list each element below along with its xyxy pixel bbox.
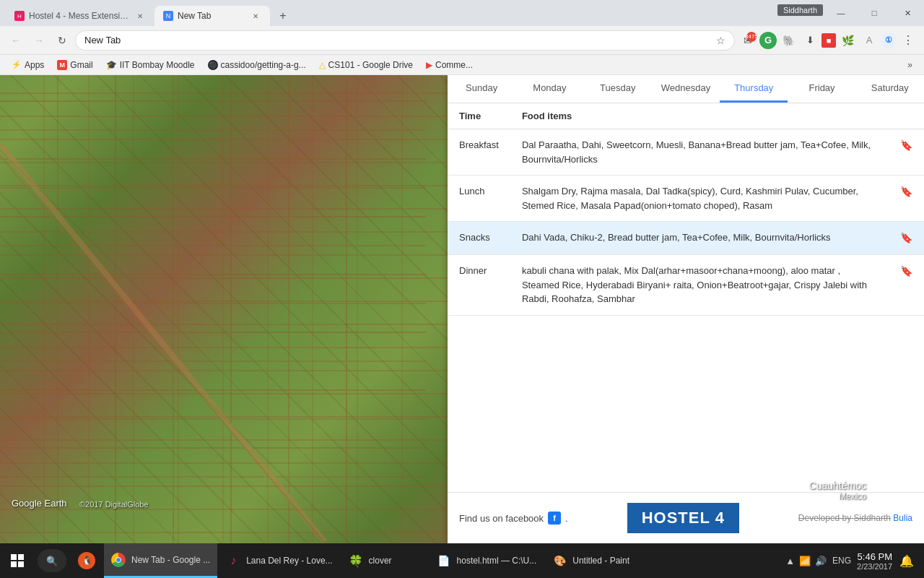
- tab-tuesday[interactable]: Tuesday: [584, 75, 652, 103]
- find-facebook-text: Find us on facebook: [459, 513, 544, 524]
- bookmark-gmail-label: Gmail: [70, 60, 92, 70]
- bookmark-gmail[interactable]: M Gmail: [51, 59, 98, 72]
- address-bar[interactable]: New Tab ☆: [75, 30, 735, 51]
- dinner-time: Dinner: [448, 255, 510, 316]
- clock-date: 2/23/2017: [857, 562, 892, 571]
- close-button[interactable]: ✕: [891, 0, 924, 26]
- copyright-label: ©2017 DigitalGlobe: [79, 500, 149, 509]
- refresh-button[interactable]: ↻: [52, 30, 72, 51]
- taskbar-item-chrome[interactable]: New Tab - Google ...: [104, 543, 217, 578]
- country-label: Mexico: [809, 491, 866, 501]
- bookmark-comme[interactable]: ▶ Comme...: [420, 59, 479, 72]
- hostel-tab-close[interactable]: ✕: [134, 10, 146, 22]
- taskbar-paint-label: Untitled - Paint: [572, 556, 629, 566]
- bookmark-more[interactable]: »: [902, 59, 918, 72]
- dinner-bookmark-btn[interactable]: 🔖: [889, 255, 924, 316]
- extension-btn2[interactable]: 🌿: [837, 30, 858, 51]
- google-earth-label: Google Earth: [12, 498, 67, 509]
- taskbar-hostel-label: hostel.html — C:\U...: [457, 556, 537, 566]
- tab-sunday[interactable]: Sunday: [448, 75, 515, 103]
- bookmarks-bar: ⚡ Apps M Gmail 🎓 IIT Bombay Moodle ⚫ cas…: [0, 55, 924, 75]
- lunch-time: Lunch: [448, 176, 510, 222]
- chrome-taskbar-icon: [111, 553, 126, 567]
- taskbar-item-music[interactable]: ♪ Lana Del Rey - Love...: [219, 543, 339, 578]
- extension-btn4[interactable]: ①: [881, 33, 897, 48]
- dev-name-link[interactable]: Bulia: [893, 513, 912, 523]
- taskbar-search[interactable]: 🔍: [38, 549, 66, 572]
- tray-show-hidden[interactable]: ▲: [785, 556, 795, 566]
- bookmark-cassidoo-label: cassidoo/getting-a-g...: [221, 60, 306, 70]
- back-button[interactable]: ←: [6, 30, 26, 51]
- extension-btn1[interactable]: ■: [821, 33, 836, 48]
- tab-monday[interactable]: Monday: [515, 75, 583, 103]
- facebook-icon[interactable]: f: [548, 512, 561, 525]
- tray-network[interactable]: 📶: [799, 556, 811, 566]
- breakfast-bookmark-btn[interactable]: 🔖: [889, 129, 924, 176]
- system-clock[interactable]: 5:46 PM 2/23/2017: [857, 551, 892, 571]
- taskbar-chrome-label: New Tab - Google ...: [131, 555, 210, 565]
- bookmark-apps[interactable]: ⚡ Apps: [6, 59, 50, 72]
- windows-logo: [11, 554, 24, 567]
- tab-friday[interactable]: Friday: [788, 75, 855, 103]
- download-btn[interactable]: ⬇: [800, 30, 820, 51]
- nav-bar: ← → ↻ New Tab ☆ ✉ 3475 G 🐘 ⬇ ■ 🌿 A ① ⋮: [0, 26, 924, 55]
- tab-thursday[interactable]: Thursday: [720, 75, 788, 103]
- lunch-row: Lunch Shalgam Dry, Rajma masala, Dal Tad…: [448, 176, 924, 222]
- taskbar-item-clover[interactable]: 🍀 clover: [341, 543, 428, 578]
- breakfast-row: Breakfast Dal Paraatha, Dahi, Sweetcorn,…: [448, 129, 924, 176]
- tab-saturday[interactable]: Saturday: [856, 75, 924, 103]
- hostel-tab-favicon: H: [14, 11, 25, 21]
- tray-icons: ▲ 📶 🔊: [785, 556, 827, 566]
- dev-credit: Developed by Siddharth Bulia: [798, 513, 912, 523]
- dev-credit-prefix: Developed by: [798, 513, 854, 523]
- maximize-button[interactable]: □: [858, 0, 891, 26]
- start-button[interactable]: [0, 543, 35, 578]
- bookmark-cassidoo[interactable]: ⚫ cassidoo/getting-a-g...: [202, 59, 312, 72]
- bookmark-cs101[interactable]: △ CS101 - Google Drive: [313, 59, 419, 72]
- tab-new-tab[interactable]: N New Tab ✕: [154, 6, 270, 26]
- day-tabs: Sunday Monday Tuesday Wednesday Thursday…: [448, 75, 924, 103]
- newtab-tab-close[interactable]: ✕: [250, 10, 261, 22]
- hostel-tab-label: Hostel 4 - Mess Extensio...: [29, 11, 130, 21]
- clock-time: 5:46 PM: [857, 551, 892, 562]
- nav-actions: ✉ 3475 G 🐘 ⬇ ■ 🌿 A ① ⋮: [738, 30, 918, 51]
- snacks-bookmark-btn[interactable]: 🔖: [889, 222, 924, 255]
- g-action-btn[interactable]: G: [759, 32, 777, 49]
- mail-badge: 3475: [746, 32, 757, 42]
- tab-wednesday[interactable]: Wednesday: [652, 75, 720, 103]
- menu-button[interactable]: ⋮: [898, 30, 918, 51]
- dev-name-strike: Siddharth: [854, 513, 891, 523]
- minimize-button[interactable]: —: [824, 0, 858, 26]
- gmail-action-btn[interactable]: ✉ 3475: [738, 30, 758, 51]
- newtab-favicon: N: [163, 11, 173, 21]
- bookmark-comme-label: Comme...: [435, 60, 473, 70]
- bookmark-apps-label: Apps: [25, 60, 44, 70]
- ubuntu-btn[interactable]: 🐧: [69, 543, 104, 578]
- breakfast-time: Breakfast: [448, 129, 510, 176]
- bookmark-star-icon[interactable]: ☆: [716, 35, 725, 46]
- tab-hostel-mess[interactable]: H Hostel 4 - Mess Extensio... ✕: [6, 6, 154, 26]
- time-header: Time: [448, 103, 510, 129]
- tray-volume[interactable]: 🔊: [815, 556, 827, 566]
- lunch-bookmark-btn[interactable]: 🔖: [889, 176, 924, 222]
- bookmark-moodle[interactable]: 🎓 IIT Bombay Moodle: [100, 59, 201, 72]
- ubuntu-icon: 🐧: [78, 552, 95, 569]
- title-bar: H Hostel 4 - Mess Extensio... ✕ N New Ta…: [0, 0, 924, 26]
- taskbar-item-paint[interactable]: 🎨 Untitled - Paint: [545, 543, 637, 578]
- newtab-label: New Tab: [178, 11, 211, 21]
- system-tray: ▲ 📶 🔊 ENG 5:46 PM 2/23/2017 🔔: [777, 551, 924, 571]
- taskbar-music-label: Lana Del Rey - Love...: [246, 556, 332, 566]
- taskbar: 🔍 🐧 New Tab - Google ... ♪ Lana Del Rey …: [0, 543, 924, 578]
- evernote-btn[interactable]: 🐘: [778, 30, 798, 51]
- extension-btn3[interactable]: A: [859, 30, 879, 51]
- snacks-items: Dahi Vada, Chiku-2, Bread butter jam, Te…: [510, 222, 889, 255]
- taskbar-item-hostel[interactable]: 📄 hostel.html — C:\U...: [430, 543, 544, 578]
- language-indicator[interactable]: ENG: [832, 556, 851, 566]
- find-facebook-dot: .: [565, 513, 568, 524]
- hostel-taskbar-icon: 📄: [437, 553, 451, 568]
- notification-icon[interactable]: 🔔: [898, 552, 915, 569]
- new-tab-button[interactable]: +: [273, 6, 293, 26]
- svg-line-20: [0, 144, 325, 542]
- forward-button[interactable]: →: [29, 30, 49, 51]
- snacks-time: Snacks: [448, 222, 510, 255]
